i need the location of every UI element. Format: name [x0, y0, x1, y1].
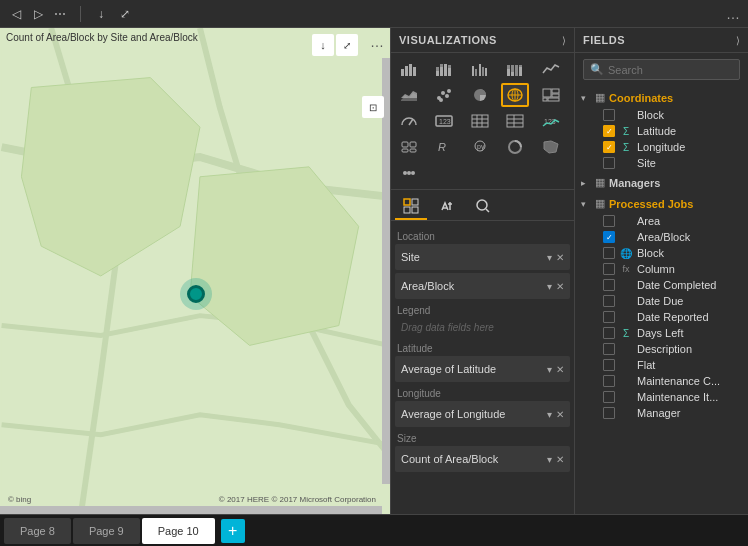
- list-item[interactable]: Maintenance C...: [575, 373, 748, 389]
- stacked-area-icon[interactable]: [395, 83, 423, 107]
- map-chart-icon[interactable]: [501, 83, 529, 107]
- svg-text:R: R: [438, 141, 446, 153]
- add-page-button[interactable]: +: [221, 519, 245, 543]
- maintenance-c-checkbox[interactable]: [603, 375, 615, 387]
- more-visuals-icon[interactable]: [395, 161, 423, 185]
- kpi-icon[interactable]: 123: [537, 109, 565, 133]
- donut-icon[interactable]: [501, 135, 529, 159]
- list-item[interactable]: Description: [575, 341, 748, 357]
- slicer-icon[interactable]: [395, 135, 423, 159]
- page-tab-8[interactable]: Page 8: [4, 518, 71, 544]
- block-checkbox[interactable]: [603, 109, 615, 121]
- date-due-checkbox[interactable]: [603, 295, 615, 307]
- list-item[interactable]: Area: [575, 213, 748, 229]
- days-left-checkbox[interactable]: [603, 327, 615, 339]
- size-dropdown-icon[interactable]: ▾: [547, 454, 552, 465]
- site-checkbox[interactable]: [603, 157, 615, 169]
- list-item[interactable]: Date Completed: [575, 277, 748, 293]
- processed-jobs-group-header[interactable]: ▾ ▦ Processed Jobs: [575, 194, 748, 213]
- coordinates-group-header[interactable]: ▾ ▦ Coordinates: [575, 88, 748, 107]
- block2-checkbox[interactable]: [603, 247, 615, 259]
- clustered-bar-icon[interactable]: [466, 57, 494, 81]
- stacked-bar-icon[interactable]: [430, 57, 458, 81]
- python-icon[interactable]: py: [466, 135, 494, 159]
- card-icon[interactable]: 123: [430, 109, 458, 133]
- format-tab[interactable]: [431, 194, 463, 220]
- fields-tab[interactable]: [395, 194, 427, 220]
- forward-icon[interactable]: ▷: [30, 6, 46, 22]
- longitude-field-row[interactable]: Average of Longitude ▾ ✕: [395, 401, 570, 427]
- list-item[interactable]: ✓ Σ Latitude: [575, 123, 748, 139]
- list-item[interactable]: fx Column: [575, 261, 748, 277]
- pct-bar-icon[interactable]: [501, 57, 529, 81]
- map-more-button[interactable]: …: [370, 34, 384, 50]
- map-scrollbar-horizontal[interactable]: [0, 506, 382, 514]
- latitude-field-row[interactable]: Average of Latitude ▾ ✕: [395, 356, 570, 382]
- flat-checkbox[interactable]: [603, 359, 615, 371]
- list-item[interactable]: Flat: [575, 357, 748, 373]
- list-item[interactable]: ✓ Area/Block: [575, 229, 748, 245]
- search-box[interactable]: 🔍: [583, 59, 740, 80]
- analytics-tab[interactable]: [467, 194, 499, 220]
- r-icon[interactable]: R: [430, 135, 458, 159]
- page-tab-9[interactable]: Page 9: [73, 518, 140, 544]
- line-chart-icon[interactable]: [537, 57, 565, 81]
- map-marker[interactable]: [180, 278, 212, 310]
- list-item[interactable]: Manager: [575, 405, 748, 421]
- date-reported-checkbox[interactable]: [603, 311, 615, 323]
- page-tab-10[interactable]: Page 10: [142, 518, 215, 544]
- download-icon[interactable]: ↓: [93, 6, 109, 22]
- viz-header-arrow[interactable]: ⟩: [562, 35, 566, 46]
- treemap-icon[interactable]: [537, 83, 565, 107]
- description-checkbox[interactable]: [603, 343, 615, 355]
- ellipsis-icon[interactable]: ⋯: [52, 6, 68, 22]
- map-focus-button[interactable]: ⊡: [362, 96, 384, 118]
- list-item[interactable]: Site: [575, 155, 748, 171]
- latitude-remove-icon[interactable]: ✕: [556, 364, 564, 375]
- bar-chart-icon[interactable]: [395, 57, 423, 81]
- pie-icon[interactable]: [466, 83, 494, 107]
- more-menu-icon[interactable]: …: [726, 6, 740, 22]
- size-remove-icon[interactable]: ✕: [556, 454, 564, 465]
- list-item[interactable]: Date Due: [575, 293, 748, 309]
- search-input[interactable]: [608, 64, 746, 76]
- list-item[interactable]: Σ Days Left: [575, 325, 748, 341]
- svg-rect-55: [402, 142, 408, 147]
- map-download-button[interactable]: ↓: [312, 34, 334, 56]
- list-item[interactable]: Block: [575, 107, 748, 123]
- expand-icon[interactable]: ⤢: [117, 6, 133, 22]
- fields-header-arrow[interactable]: ⟩: [736, 35, 740, 46]
- latitude-dropdown-icon[interactable]: ▾: [547, 364, 552, 375]
- scatter-icon[interactable]: [430, 83, 458, 107]
- list-item[interactable]: Maintenance It...: [575, 389, 748, 405]
- longitude-dropdown-icon[interactable]: ▾: [547, 409, 552, 420]
- matrix-icon[interactable]: [501, 109, 529, 133]
- gauge-icon[interactable]: [395, 109, 423, 133]
- longitude-remove-icon[interactable]: ✕: [556, 409, 564, 420]
- latitude-checkbox[interactable]: ✓: [603, 125, 615, 137]
- managers-group-header[interactable]: ▸ ▦ Managers: [575, 173, 748, 192]
- maintenance-it-checkbox[interactable]: [603, 391, 615, 403]
- area-checkbox[interactable]: [603, 215, 615, 227]
- filled-map-icon[interactable]: [537, 135, 565, 159]
- area-block-dropdown-icon[interactable]: ▾: [547, 281, 552, 292]
- date-completed-checkbox[interactable]: [603, 279, 615, 291]
- area-block-field-row[interactable]: Area/Block ▾ ✕: [395, 273, 570, 299]
- area-block-remove-icon[interactable]: ✕: [556, 281, 564, 292]
- area-block-checkbox[interactable]: ✓: [603, 231, 615, 243]
- back-icon[interactable]: ◁: [8, 6, 24, 22]
- site-remove-icon[interactable]: ✕: [556, 252, 564, 263]
- table-viz-icon[interactable]: [466, 109, 494, 133]
- list-item[interactable]: 🌐 Block: [575, 245, 748, 261]
- map-canvas[interactable]: [0, 28, 390, 514]
- list-item[interactable]: ✓ Σ Longitude: [575, 139, 748, 155]
- size-field-row[interactable]: Count of Area/Block ▾ ✕: [395, 446, 570, 472]
- longitude-checkbox[interactable]: ✓: [603, 141, 615, 153]
- map-expand-button[interactable]: ⤢: [336, 34, 358, 56]
- list-item[interactable]: Date Reported: [575, 309, 748, 325]
- map-scrollbar-vertical[interactable]: [382, 58, 390, 484]
- site-dropdown-icon[interactable]: ▾: [547, 252, 552, 263]
- site-field-row[interactable]: Site ▾ ✕: [395, 244, 570, 270]
- manager-checkbox[interactable]: [603, 407, 615, 419]
- column-checkbox[interactable]: [603, 263, 615, 275]
